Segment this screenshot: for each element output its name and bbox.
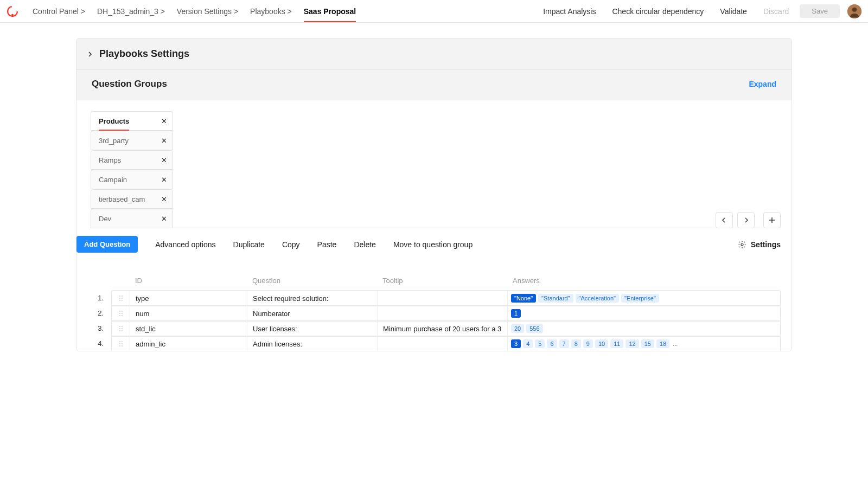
- close-icon[interactable]: ✕: [161, 195, 167, 203]
- answer-pill[interactable]: 556: [526, 324, 542, 333]
- answer-pill[interactable]: 1: [511, 309, 521, 318]
- cell-tooltip: [378, 291, 508, 306]
- close-icon[interactable]: ✕: [161, 215, 167, 223]
- validate-link[interactable]: Validate: [720, 7, 747, 16]
- answer-pill[interactable]: "Acceleration": [576, 294, 619, 303]
- col-id: ID: [130, 277, 247, 285]
- answer-pill[interactable]: 6: [547, 339, 557, 348]
- answer-pill[interactable]: 7: [559, 339, 569, 348]
- drag-handle-icon[interactable]: [112, 321, 130, 336]
- answer-pill[interactable]: 11: [610, 339, 623, 348]
- tab-prev-button[interactable]: [716, 212, 733, 228]
- table-row[interactable]: 4.admin_licAdmin licenses:34567891011121…: [76, 336, 781, 351]
- answer-pill[interactable]: 12: [626, 339, 639, 348]
- svg-point-19: [119, 328, 120, 329]
- chevron-right-icon: [87, 50, 93, 59]
- tab-add-button[interactable]: [763, 212, 781, 228]
- answer-pill[interactable]: 10: [595, 339, 608, 348]
- add-question-button[interactable]: Add Question: [76, 236, 138, 253]
- svg-point-20: [122, 328, 123, 329]
- tab-label: Dev: [99, 215, 111, 223]
- cell-id: admin_lic: [130, 336, 247, 351]
- close-icon[interactable]: ✕: [161, 137, 167, 145]
- tab-label: Products: [99, 117, 129, 125]
- answer-pill[interactable]: "None": [511, 294, 536, 303]
- answer-pill[interactable]: 20: [511, 324, 524, 333]
- drag-handle-icon[interactable]: [112, 291, 130, 306]
- tab-3rd_party[interactable]: 3rd_party✕: [91, 131, 173, 150]
- breadcrumb-item[interactable]: Saas Proposal: [304, 7, 356, 22]
- check-circular-link[interactable]: Check circular dependency: [612, 7, 704, 16]
- tab-products[interactable]: Products✕: [91, 111, 173, 131]
- tab-ramps[interactable]: Ramps✕: [91, 150, 173, 170]
- svg-point-25: [119, 343, 120, 344]
- delete-button[interactable]: Delete: [354, 240, 375, 249]
- answer-pill[interactable]: 5: [535, 339, 545, 348]
- answer-pill[interactable]: 9: [583, 339, 593, 348]
- answer-pill[interactable]: 4: [523, 339, 533, 348]
- expand-link[interactable]: Expand: [749, 80, 776, 88]
- cell-question: Numberator: [247, 306, 378, 321]
- cell-tooltip: [378, 336, 508, 351]
- drag-handle-icon[interactable]: [112, 306, 130, 321]
- answer-pill[interactable]: "Enterprise": [621, 294, 659, 303]
- copy-button[interactable]: Copy: [282, 240, 300, 249]
- col-answers: Answers: [507, 277, 540, 285]
- answer-pill[interactable]: "Standard": [538, 294, 573, 303]
- table-row[interactable]: 1.typeSelect required solution:"None""St…: [76, 290, 781, 306]
- close-icon[interactable]: ✕: [161, 117, 167, 125]
- tab-label: 3rd_party: [99, 137, 129, 145]
- svg-point-18: [122, 326, 123, 327]
- svg-point-3: [852, 7, 857, 11]
- breadcrumb-item[interactable]: Playbooks >: [250, 7, 292, 16]
- discard-link[interactable]: Discard: [763, 7, 789, 16]
- panel-header[interactable]: Playbooks Settings: [76, 38, 792, 70]
- row-number: 4.: [76, 339, 111, 348]
- breadcrumb-item[interactable]: Version Settings >: [177, 7, 238, 16]
- gear-icon: [738, 240, 746, 249]
- drag-handle-icon[interactable]: [112, 336, 130, 351]
- svg-point-9: [119, 300, 120, 301]
- advanced-options-button[interactable]: Advanced options: [155, 240, 215, 249]
- settings-button[interactable]: Settings: [738, 240, 781, 249]
- tab-dev[interactable]: Dev✕: [91, 209, 173, 228]
- answer-pill[interactable]: 3: [511, 339, 521, 348]
- move-to-group-button[interactable]: Move to question group: [393, 240, 473, 249]
- col-question: Question: [247, 277, 377, 285]
- save-button[interactable]: Save: [800, 4, 840, 18]
- svg-point-10: [122, 300, 123, 301]
- close-icon[interactable]: ✕: [161, 176, 167, 184]
- tabs: Products✕3rd_party✕Ramps✕Campain✕tierbas…: [91, 111, 173, 228]
- svg-point-15: [119, 315, 120, 316]
- svg-point-21: [119, 330, 120, 331]
- svg-point-5: [119, 296, 120, 297]
- cell-answers: 1: [508, 306, 780, 321]
- tab-next-button[interactable]: [737, 212, 755, 228]
- settings-label: Settings: [751, 240, 781, 249]
- svg-point-1: [11, 14, 14, 16]
- answer-pill[interactable]: 15: [641, 339, 654, 348]
- table-row[interactable]: 3.std_licUser licenses:Minimum purchase …: [76, 320, 781, 336]
- table-body: 1.typeSelect required solution:"None""St…: [76, 290, 781, 351]
- duplicate-button[interactable]: Duplicate: [233, 240, 265, 249]
- tab-tierbased_cam[interactable]: tierbased_cam✕: [91, 189, 173, 209]
- tab-label: Campain: [99, 176, 127, 184]
- svg-point-11: [119, 311, 120, 312]
- answer-pill[interactable]: 8: [571, 339, 581, 348]
- paste-button[interactable]: Paste: [317, 240, 337, 249]
- table-row[interactable]: 2.numNumberator1: [76, 305, 781, 321]
- impact-analysis-link[interactable]: Impact Analysis: [543, 7, 596, 16]
- tab-label: tierbased_cam: [99, 195, 145, 203]
- svg-point-6: [122, 296, 123, 297]
- cell-tooltip: Minimum purchase of 20 users for a 3: [378, 321, 508, 336]
- svg-point-8: [122, 298, 123, 299]
- question-groups-title: Question Groups: [92, 79, 167, 89]
- tab-campain[interactable]: Campain✕: [91, 170, 173, 189]
- close-icon[interactable]: ✕: [161, 156, 167, 164]
- breadcrumb-item[interactable]: DH_153_admin_3 >: [97, 7, 165, 16]
- cell-question: Select required solution:: [247, 291, 378, 306]
- answer-pill[interactable]: 18: [656, 339, 669, 348]
- avatar[interactable]: [847, 4, 861, 18]
- breadcrumb-item[interactable]: Control Panel >: [33, 7, 85, 16]
- answer-pill[interactable]: ...: [672, 339, 679, 348]
